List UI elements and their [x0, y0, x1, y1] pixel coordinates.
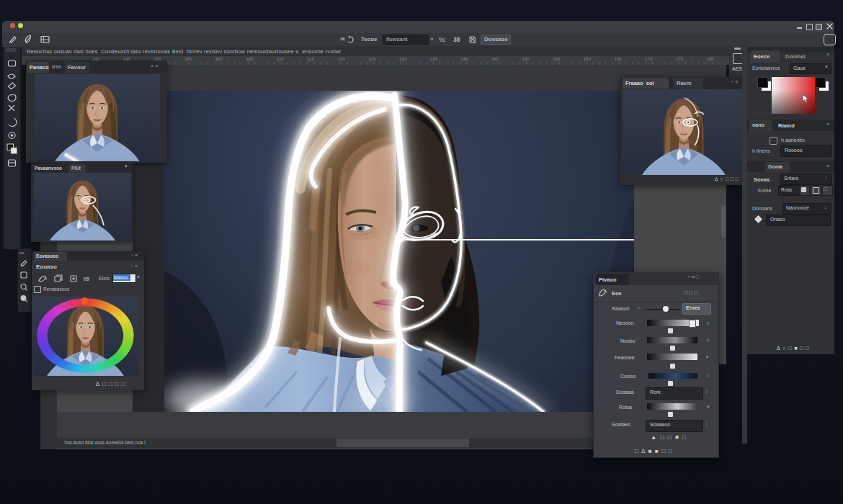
svg-text:05: 05 — [84, 276, 89, 282]
